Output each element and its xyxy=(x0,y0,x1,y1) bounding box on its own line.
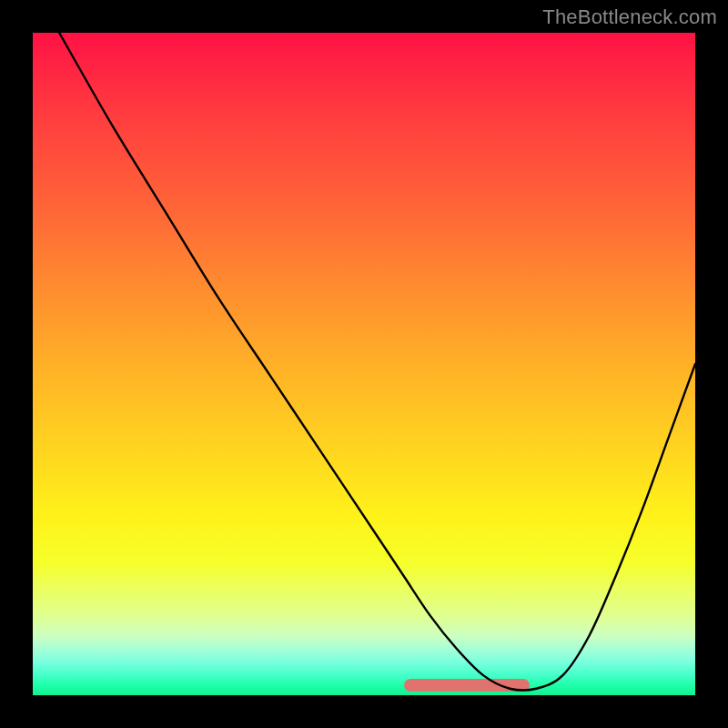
bottleneck-curve xyxy=(33,33,695,695)
plot-area xyxy=(33,33,695,695)
chart-container: TheBottleneck.com xyxy=(0,0,728,728)
watermark-text: TheBottleneck.com xyxy=(542,5,717,29)
